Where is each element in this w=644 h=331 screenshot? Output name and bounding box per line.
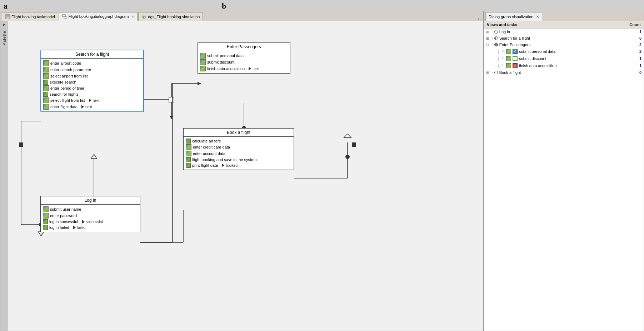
- tree-item-finish[interactable]: │ └· ✕ finish data acquisition 1: [484, 62, 644, 69]
- node-item: enter airport code: [43, 60, 141, 66]
- node-item: enter flight data next: [43, 104, 141, 110]
- node-item: log in failed failed: [43, 225, 138, 230]
- tree-item-discount[interactable]: │ └· submit discount 1: [484, 55, 644, 62]
- tab-taskmodel-label: Flight booking.taskmodel: [11, 15, 55, 19]
- svg-point-25: [345, 155, 350, 159]
- node-item: enter credit card data: [186, 144, 291, 150]
- task-icon: [186, 163, 191, 168]
- right-tab-close[interactable]: ✕: [536, 15, 539, 19]
- task-icon-finish: [506, 63, 511, 68]
- node-book-title: Book a flight: [184, 129, 294, 137]
- tab-dialoggraph[interactable]: Flight booking.dialoggraphdiagram ✕: [59, 12, 138, 21]
- tab-dialog-graph-viz[interactable]: Dialog graph visualization ✕: [485, 12, 542, 21]
- task-icon: [43, 206, 49, 212]
- node-passengers-title: Enter Passengers: [198, 43, 290, 51]
- palette-arrow[interactable]: ▶: [3, 22, 6, 26]
- right-content: Views and tasks Count ⊞ · Log in 1 ⊞ · S…: [484, 21, 644, 331]
- node-login-items: submit user name enter password log in s…: [41, 205, 140, 232]
- right-minimize-btn[interactable]: —: [631, 17, 636, 21]
- count-login: 1: [639, 30, 641, 34]
- task-icon-personal: [506, 49, 511, 54]
- tree-item-login[interactable]: ⊞ · Log in 1: [484, 29, 644, 35]
- task-icon-discount: [506, 56, 511, 61]
- node-search-title: Search for a flight: [41, 50, 143, 59]
- task-icon: [200, 59, 206, 65]
- node-login-title: Log in: [41, 196, 140, 205]
- task-icon: [43, 85, 49, 91]
- tree-label-search: Search for a flight: [499, 36, 530, 40]
- maximize-btn[interactable]: □: [477, 17, 481, 21]
- node-search-items: enter airport code enter search paramete…: [41, 59, 143, 111]
- tab-bar-left: Flight booking.taskmodel Flight booking.…: [0, 11, 483, 21]
- expand-login[interactable]: ⊞: [486, 30, 490, 34]
- tree-item-passengers[interactable]: ⊟ · Enter Passengers 2: [484, 41, 644, 48]
- task-icon: [186, 144, 191, 150]
- diagram-area: Search for a flight enter airport code e…: [8, 21, 483, 331]
- tab-simulation-label: dgs_Flight booking.simulation: [148, 15, 200, 19]
- svg-rect-7: [19, 142, 23, 147]
- tree-item-personal-data[interactable]: │ └· ✓ submit personal data 2: [484, 48, 644, 55]
- circle-login: [494, 30, 498, 34]
- check-icon-personal: ✓: [513, 49, 518, 54]
- node-search[interactable]: Search for a flight enter airport code e…: [40, 50, 144, 112]
- minimize-btn[interactable]: —: [470, 17, 476, 21]
- tab-dialoggraph-label: Flight booking.dialoggraphdiagram: [69, 14, 129, 19]
- node-item: execute search: [43, 79, 141, 85]
- node-item: submit personal data: [200, 52, 288, 59]
- count-discount: 1: [639, 56, 641, 61]
- svg-marker-31: [38, 232, 44, 236]
- tree-label-discount: submit discount: [519, 56, 546, 61]
- tree-label-book: Book a flight: [499, 70, 521, 75]
- taskmodel-icon: [5, 14, 10, 19]
- node-item: search for flights: [43, 91, 141, 97]
- circle-search: [494, 36, 498, 40]
- task-icon: [43, 219, 48, 224]
- svg-marker-27: [344, 134, 351, 137]
- task-icon: [200, 53, 206, 59]
- right-maximize-btn[interactable]: □: [638, 17, 642, 21]
- node-item: select flight from list next: [43, 97, 141, 104]
- section-label-a: a: [4, 1, 8, 11]
- svg-marker-14: [198, 82, 201, 85]
- node-book[interactable]: Book a flight calculate air fare enter c…: [183, 128, 294, 170]
- node-item: enter password: [43, 212, 138, 219]
- task-icon: [43, 80, 48, 85]
- task-icon: [186, 157, 191, 162]
- expand-book[interactable]: ⊞: [486, 71, 490, 75]
- node-item: flight booking and save in the system: [186, 157, 291, 162]
- count-passengers: 2: [639, 42, 641, 47]
- tree-label-personal: submit personal data: [519, 49, 555, 54]
- palette-label: Palette: [2, 31, 6, 45]
- task-icon: [43, 92, 48, 97]
- svg-marker-34: [91, 154, 97, 159]
- expand-passengers[interactable]: ⊟: [486, 43, 490, 47]
- node-item: finish data acquisition next: [200, 65, 288, 72]
- tab-taskmodel[interactable]: Flight booking.taskmodel: [2, 12, 58, 21]
- tree-label-passengers: Enter Passengers: [499, 42, 530, 47]
- task-icon: [43, 73, 49, 79]
- task-icon: [200, 66, 206, 71]
- tab-dialoggraph-close[interactable]: ✕: [131, 15, 134, 19]
- expand-search[interactable]: ⊞: [486, 36, 490, 40]
- node-item: log in successful successful: [43, 219, 138, 225]
- tree-item-book[interactable]: ⊞ · Book a flight 0: [484, 69, 644, 76]
- dialoggraph-icon: [62, 14, 67, 19]
- node-item: select airport from list: [43, 73, 141, 79]
- tab-simulation[interactable]: dgs_Flight booking.simulation: [138, 12, 203, 21]
- tree-item-search[interactable]: ⊞ · Search for a flight 6: [484, 35, 644, 41]
- section-label-b: b: [222, 1, 226, 11]
- right-tab-label: Dialog graph visualization: [489, 15, 533, 19]
- task-icon: [43, 60, 49, 66]
- node-login[interactable]: Log in submit user name enter password l…: [40, 196, 140, 232]
- right-panel: Dialog graph visualization ✕ — □ Views a…: [483, 11, 644, 331]
- o-icon-discount: [513, 56, 518, 61]
- node-item: print flight data booked: [186, 162, 291, 168]
- count-search: 6: [639, 36, 641, 40]
- svg-rect-11: [169, 97, 174, 102]
- node-passengers-items: submit personal data submit discount fin…: [198, 51, 290, 73]
- node-item: submit discount: [200, 59, 288, 65]
- task-icon: [43, 104, 49, 110]
- node-passengers[interactable]: Enter Passengers submit personal data su…: [198, 42, 290, 74]
- task-icon: [43, 67, 49, 72]
- count-personal: 2: [639, 49, 641, 54]
